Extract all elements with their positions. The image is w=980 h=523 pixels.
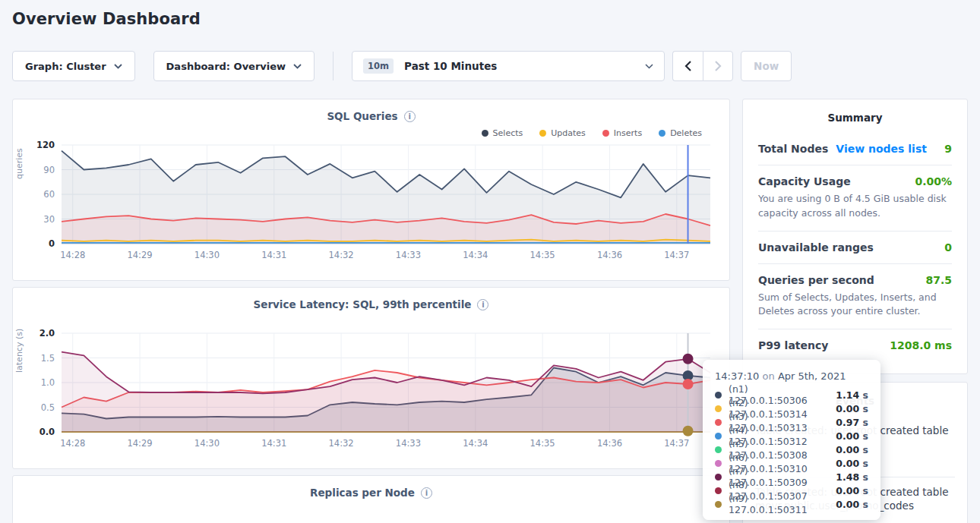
- service-latency-panel: Service Latency: SQL, 99th percentile i …: [12, 287, 730, 469]
- tooltip-node-value: 0.97 s: [836, 417, 868, 428]
- chevron-left-icon: [684, 61, 691, 71]
- x-axis-tick: 14:32: [329, 438, 354, 449]
- x-axis-tick: 14:33: [396, 250, 421, 260]
- dashboard-dropdown[interactable]: Dashboard: Overview: [153, 51, 315, 81]
- y-axis-tick: 1.0: [41, 377, 55, 388]
- node-color-dot: [715, 501, 722, 508]
- time-range-badge: 10m: [363, 58, 394, 74]
- summary-metric-label: Unavailable ranges: [758, 241, 874, 254]
- y-axis-unit-label: latency (s): [14, 329, 24, 373]
- x-axis-tick: 14:33: [396, 438, 421, 449]
- tooltip-node-unit: s: [859, 403, 868, 414]
- toolbar-divider: [333, 52, 334, 80]
- info-icon[interactable]: i: [477, 299, 488, 310]
- y-axis-tick: 2.0: [40, 328, 55, 339]
- sql-queries-title: SQL Queries i: [22, 110, 720, 122]
- time-step-buttons: [672, 51, 733, 81]
- tooltip-timestamp: 14:37:10 on Apr 5th, 2021: [715, 370, 868, 382]
- tooltip-connector: on: [763, 370, 775, 382]
- info-icon[interactable]: i: [421, 487, 432, 499]
- legend-item-selects: Selects: [482, 127, 523, 139]
- x-axis-tick: 14:30: [194, 438, 220, 449]
- tooltip-node-unit: s: [859, 389, 868, 401]
- summary-title: Summary: [758, 99, 952, 133]
- summary-metric-label: Capacity Usage: [758, 175, 851, 187]
- x-axis-tick: 14:31: [261, 250, 286, 260]
- replicas-per-node-panel: Replicas per Node i: [12, 475, 730, 523]
- view-nodes-list-link[interactable]: View nodes list: [836, 143, 927, 155]
- summary-metric-subtext: You are using 0 B of 4.5 GiB usable disk…: [758, 192, 952, 221]
- x-axis-tick: 14:34: [463, 250, 488, 260]
- x-axis-tick: 14:28: [60, 250, 85, 260]
- tooltip-node-value: 0.00 s: [836, 499, 868, 510]
- tooltip-node-value: 0.00 s: [836, 458, 868, 469]
- legend-item-inserts: Inserts: [602, 127, 642, 139]
- node-color-dot: [715, 405, 722, 412]
- y-axis-tick: 0.5: [41, 402, 55, 413]
- time-prev-button[interactable]: [672, 51, 703, 81]
- summary-metric-row: P99 latency1208.0 ms: [758, 339, 952, 351]
- service-latency-title: Service Latency: SQL, 99th percentile i: [22, 298, 720, 310]
- y-axis-tick: 120: [36, 140, 55, 150]
- x-axis-tick: 14:34: [463, 438, 488, 449]
- x-axis-tick: 14:37: [664, 250, 689, 260]
- x-axis-tick: 14:30: [194, 250, 220, 260]
- tooltip-node-unit: s: [859, 430, 868, 442]
- tooltip-node-unit: s: [859, 444, 868, 455]
- x-axis-tick: 14:35: [530, 250, 555, 260]
- node-color-dot: [715, 433, 722, 440]
- replicas-per-node-title: Replicas per Node i: [22, 487, 720, 499]
- time-range-dropdown[interactable]: 10m Past 10 Minutes: [352, 51, 665, 81]
- time-range-label: Past 10 Minutes: [404, 60, 497, 72]
- summary-metric-row: Total NodesView nodes list9: [758, 143, 952, 155]
- graph-dropdown[interactable]: Graph: Cluster: [12, 51, 135, 81]
- y-axis-tick: 60: [43, 189, 55, 200]
- info-icon[interactable]: i: [404, 111, 416, 122]
- legend-label: Selects: [493, 128, 523, 138]
- x-axis-tick: 14:35: [530, 438, 555, 449]
- x-axis-tick: 14:31: [261, 438, 286, 449]
- chart-hover-tooltip: 14:37:10 on Apr 5th, 2021 (n1) 127.0.0.1…: [703, 360, 880, 520]
- toolbar: Graph: Cluster Dashboard: Overview 10m P…: [12, 51, 968, 81]
- tooltip-time: 14:37:10: [715, 370, 759, 382]
- summary-metric-value: 0.00%: [915, 175, 952, 187]
- time-next-button[interactable]: [703, 51, 733, 81]
- summary-metric-value: 9: [944, 143, 952, 155]
- service-latency-chart[interactable]: 0.00.51.01.52.014:2814:2914:3014:3114:32…: [22, 327, 720, 458]
- x-axis-tick: 14:29: [127, 250, 152, 260]
- summary-metric-label: Queries per second: [758, 274, 874, 286]
- summary-metric: Total NodesView nodes list9: [758, 133, 952, 165]
- summary-metric-value: 1208.0 ms: [890, 339, 952, 351]
- node-color-dot: [715, 474, 722, 480]
- legend-dot: [659, 130, 665, 137]
- legend-label: Deletes: [670, 128, 702, 138]
- tooltip-node-value: 1.48 s: [836, 471, 868, 483]
- x-axis-tick: 14:28: [60, 438, 85, 449]
- charts-column: SQL Queries i SelectsUpdatesInsertsDelet…: [12, 99, 730, 523]
- summary-metric-label: P99 latency: [758, 339, 828, 351]
- legend-item-updates: Updates: [539, 127, 586, 139]
- chart-title-text: Service Latency: SQL, 99th percentile: [254, 298, 472, 310]
- tooltip-node-value: 0.00 s: [836, 403, 868, 414]
- dashboard-dropdown-label: Dashboard: Overview: [166, 61, 286, 72]
- node-color-dot: [715, 446, 722, 453]
- sql-queries-chart[interactable]: 030609012014:2814:2914:3014:3114:3214:33…: [22, 139, 720, 269]
- y-axis-tick: 0.0: [40, 427, 55, 437]
- summary-metric-row: Capacity Usage0.00%: [758, 175, 952, 187]
- tooltip-node-value: 0.00 s: [836, 444, 868, 455]
- legend-dot: [482, 130, 488, 137]
- chevron-down-icon: [293, 64, 302, 69]
- summary-metric: Capacity Usage0.00%You are using 0 B of …: [758, 165, 952, 231]
- legend-dot: [602, 130, 609, 137]
- chevron-down-icon: [114, 64, 122, 69]
- node-color-dot: [715, 419, 722, 426]
- summary-metric-row: Queries per second87.5: [758, 274, 952, 286]
- x-axis-tick: 14:36: [597, 438, 622, 449]
- legend-label: Inserts: [614, 128, 642, 138]
- x-axis-tick: 14:36: [597, 250, 622, 260]
- now-button[interactable]: Now: [741, 51, 792, 81]
- tooltip-node-row: (n9) 127.0.0.1:503110.00 s: [715, 497, 868, 511]
- overview-dashboard-page: Overview Dashboard Graph: Cluster Dashbo…: [0, 0, 980, 523]
- summary-metric-subtext: Sum of Selects, Updates, Inserts, and De…: [758, 291, 952, 320]
- tooltip-node-unit: s: [859, 458, 868, 469]
